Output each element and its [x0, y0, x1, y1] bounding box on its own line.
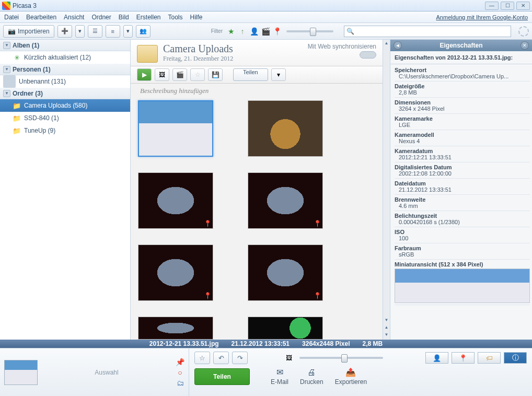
pin-icon[interactable]: 📌 — [176, 358, 184, 366]
filter-star-icon[interactable]: ★ — [226, 26, 236, 37]
collapse-icon: ▼ — [3, 66, 10, 73]
timeline-scrollbar[interactable]: ▲ ▼ ▲ ▼ — [383, 40, 390, 340]
thumbnail[interactable] — [138, 100, 213, 157]
property-key: Kameramodell — [395, 132, 530, 138]
scroll-up-icon[interactable]: ▲ — [384, 41, 390, 47]
sidebar: ▼Alben (1) ✳Kürzlich aktualisiert (12) ▼… — [0, 40, 131, 340]
loading-spinner-icon — [518, 26, 529, 37]
maximize-button[interactable]: ☐ — [501, 2, 514, 10]
tag-geo-button[interactable]: 📍 — [452, 352, 475, 364]
sidebar-albums-header[interactable]: ▼Alben (1) — [0, 40, 130, 51]
menu-bearbeiten[interactable]: Bearbeiten — [26, 14, 56, 21]
zoom-slider[interactable] — [299, 357, 383, 359]
menu-bild[interactable]: Bild — [119, 14, 129, 21]
create-movie-button[interactable]: 🎬 — [172, 68, 187, 81]
view-list-button[interactable]: ☰ — [88, 25, 102, 38]
sidebar-folder-camera-uploads[interactable]: 📁Camera Uploads (580) — [0, 99, 130, 112]
property-value: 21.12.2012 13:33:51 — [395, 187, 530, 193]
filter-upload-icon[interactable]: ↑ — [237, 26, 248, 37]
property-key: Brennweite — [395, 196, 530, 203]
prev-photo-button[interactable]: ◄ — [394, 41, 402, 50]
google-login-link[interactable]: Anmeldung mit Ihrem Google-Konto — [436, 14, 528, 20]
scroll-down-icon[interactable]: ▼ — [384, 332, 390, 339]
selection-thumbnail[interactable] — [4, 360, 38, 385]
save-button[interactable]: 💾 — [208, 68, 223, 81]
sync-toggle[interactable] — [360, 51, 376, 59]
thumbnail[interactable]: 📍 — [248, 244, 323, 301]
zoom-out-icon[interactable]: 🖼 — [286, 354, 292, 362]
property-value: 2,8 MB — [395, 89, 530, 96]
thumbnail[interactable] — [248, 100, 323, 157]
share-big-button[interactable]: Teilen — [194, 368, 250, 385]
share-button[interactable]: Teilen — [233, 68, 268, 81]
sidebar-folder-tuneup[interactable]: 📁TuneUp (9) — [0, 124, 130, 137]
play-slideshow-button[interactable]: ▶ — [137, 68, 152, 81]
import-button[interactable]: 📷Importieren — [3, 25, 54, 38]
titlebar: Picasa 3 — ☐ ✕ — [0, 0, 532, 11]
menu-ansicht[interactable]: Ansicht — [64, 14, 84, 21]
rotate-left-button[interactable]: ↶ — [213, 352, 229, 364]
star-toggle-button[interactable]: ☆ — [194, 352, 210, 364]
property-key: ISO — [395, 229, 530, 235]
search-box[interactable]: 🔍 — [344, 26, 511, 37]
rotate-right-button[interactable]: ↷ — [232, 352, 248, 364]
sidebar-folder-ssd[interactable]: 📁SSD-840 (1) — [0, 112, 130, 124]
share-dropdown[interactable]: ▾ — [271, 68, 286, 81]
filter-movie-icon[interactable]: 🎬 — [260, 26, 271, 37]
property-row: ISO100 — [395, 227, 530, 243]
minimize-button[interactable]: — — [485, 2, 499, 10]
menu-ordner[interactable]: Ordner — [91, 14, 111, 21]
toolbar: 📷Importieren ➕ ▾ ☰ ≡ ▾ 👥 Filter ★ ↑ 👤 🎬 … — [0, 23, 532, 40]
sidebar-folders-header[interactable]: ▼Ordner (3) — [0, 88, 130, 99]
add-to-icon[interactable]: 🗂 — [177, 379, 184, 387]
info-toggle-button[interactable]: ⓘ — [504, 352, 527, 364]
geo-pin-icon: 📍 — [204, 220, 212, 227]
thumbnail[interactable]: 📍 — [138, 244, 213, 301]
thumbnail[interactable]: 📍 — [138, 172, 213, 229]
filter-geo-icon[interactable]: 📍 — [272, 26, 282, 37]
status-size: 2,8 MB — [362, 340, 383, 347]
property-value: C:\Users\kschmerer\Dropbox\Camera Up... — [395, 73, 530, 79]
property-row: Brennweite4.6 mm — [395, 195, 530, 211]
property-row: Dimensionen3264 x 2448 Pixel — [395, 98, 530, 114]
menu-datei[interactable]: Datei — [4, 14, 19, 21]
property-row: Dateigröße2,8 MB — [395, 81, 530, 98]
property-key: Dateidatum — [395, 180, 530, 187]
export-button[interactable]: 📤Exportieren — [331, 367, 371, 386]
import-icon: 📷 — [8, 28, 16, 35]
properties-title: Eigenschaften — [402, 42, 521, 49]
people-button[interactable]: 👥 — [136, 25, 151, 38]
description-field[interactable]: Beschreibung hinzufügen — [131, 84, 383, 98]
print-icon: 🖨 — [307, 368, 316, 377]
property-value: 2002:12:08 12:00:00 — [395, 170, 530, 177]
star-button[interactable]: ☆ — [190, 68, 205, 81]
thumbnail[interactable] — [138, 317, 213, 340]
sidebar-album-recent[interactable]: ✳Kürzlich aktualisiert (12) — [0, 51, 130, 64]
menu-tools[interactable]: Tools — [168, 14, 182, 21]
close-panel-button[interactable]: ✕ — [521, 41, 529, 50]
clear-selection-icon[interactable]: ○ — [178, 368, 182, 377]
scroll-up-icon[interactable]: ▲ — [384, 325, 390, 331]
new-album-button[interactable]: ➕ — [57, 25, 72, 38]
thumbnail[interactable]: 📍 — [248, 172, 323, 229]
bottom-tray: Auswahl 📌 ○ 🗂 ☆ ↶ ↷ 🖼 👤 📍 🏷 ⓘ Teilen ✉E-… — [0, 348, 532, 396]
close-button[interactable]: ✕ — [516, 2, 530, 10]
menu-hilfe[interactable]: Hilfe — [190, 14, 203, 21]
filter-person-icon[interactable]: 👤 — [249, 26, 259, 37]
view-dropdown[interactable]: ▾ — [123, 25, 133, 38]
thumbnail[interactable] — [248, 317, 323, 340]
search-input[interactable] — [354, 28, 508, 34]
sidebar-people-header[interactable]: ▼Personen (1) — [0, 64, 130, 75]
scroll-down-icon[interactable]: ▼ — [384, 318, 390, 324]
view-tree-button[interactable]: ≡ — [106, 25, 120, 38]
print-button[interactable]: 🖨Drucken — [296, 368, 328, 386]
add-photos-button[interactable]: 🖼 — [155, 68, 169, 81]
sidebar-person-unnamed[interactable]: Unbenannt (131) — [0, 75, 130, 88]
tag-label-button[interactable]: 🏷 — [478, 352, 501, 364]
filter-date-slider[interactable] — [286, 30, 333, 32]
new-album-dropdown[interactable]: ▾ — [75, 25, 85, 38]
tag-person-button[interactable]: 👤 — [425, 352, 448, 364]
person-icon — [3, 75, 16, 88]
menu-erstellen[interactable]: Erstellen — [136, 14, 161, 21]
email-button[interactable]: ✉E-Mail — [267, 367, 293, 386]
